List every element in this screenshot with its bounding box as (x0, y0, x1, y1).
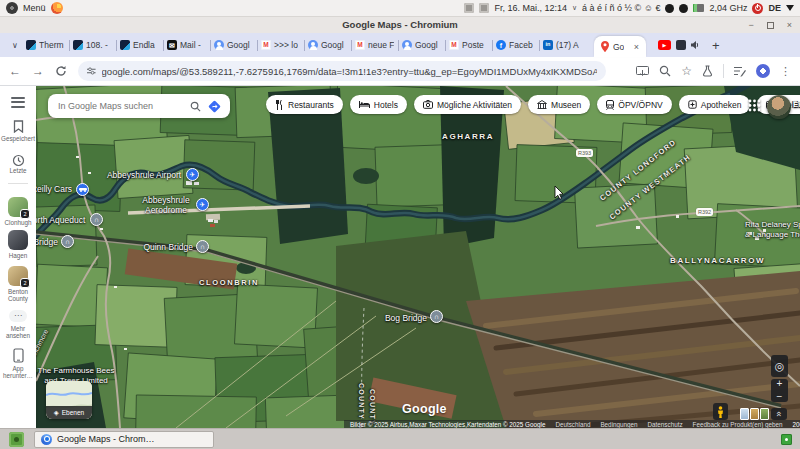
site-settings-icon[interactable] (87, 66, 96, 76)
poi-marker-north-aqueduct[interactable]: ∩ (90, 213, 103, 226)
browser-tab[interactable]: Endla (117, 35, 163, 55)
browser-tab[interactable]: Googl (399, 35, 445, 55)
search-icon[interactable] (190, 101, 201, 112)
battery-icon[interactable] (693, 4, 704, 12)
browser-tab[interactable]: Googl (305, 35, 351, 55)
maps-search-box[interactable] (48, 94, 230, 118)
back-icon[interactable]: ← (9, 65, 21, 77)
profile-avatar-icon[interactable] (756, 64, 770, 78)
sidebar-place-label[interactable]: Hagen (0, 252, 36, 259)
imagery-thumbnails[interactable] (740, 408, 769, 420)
menu-dots-icon[interactable]: ⋮ (780, 65, 791, 78)
taskbar-launcher-icon[interactable] (9, 432, 24, 447)
poi-marker-bog-bridge[interactable]: ∩ (430, 310, 443, 323)
browser-tab[interactable]: in(17) A (540, 35, 586, 55)
browser-tab[interactable]: MPoste (446, 35, 492, 55)
close-tab-icon[interactable]: × (634, 42, 639, 52)
poi-label-north-aqueduct[interactable]: North Aqueduct (36, 215, 86, 225)
chip-restaurants[interactable]: Restaurants (266, 95, 343, 114)
zoom-in-button[interactable]: + (777, 379, 783, 389)
menu-hamburger-icon[interactable] (0, 94, 36, 110)
sidebar-item-more[interactable]: Mehr ansehen (0, 325, 36, 339)
place-thumbnail-clonhugh[interactable]: 2 (0, 197, 36, 217)
cast-icon[interactable] (636, 66, 649, 77)
bookmark-star-icon[interactable]: ☆ (681, 64, 692, 78)
pinned-tab-icon[interactable] (676, 40, 686, 50)
browser-tab[interactable]: Googl (211, 35, 257, 55)
tray-app-icon[interactable] (479, 3, 489, 13)
zoom-out-button[interactable]: − (777, 392, 783, 402)
account-avatar[interactable] (767, 95, 791, 119)
poi-marker-abbeyshrule-airport[interactable]: ✈ (186, 168, 199, 181)
close-button[interactable]: × (787, 20, 792, 30)
maximize-button[interactable] (767, 22, 774, 29)
poi-label-rita-delaney[interactable]: Rita Delaney Spee& Language Thera (745, 220, 800, 240)
system-menu-icon[interactable] (6, 2, 18, 14)
poi-label-abbeyshrule-airport[interactable]: Abbeyshrule Airport (104, 170, 184, 180)
tab-search-icon[interactable]: ∨ (7, 37, 23, 53)
forward-icon[interactable]: → (32, 65, 44, 77)
zoom-icon[interactable] (659, 65, 671, 77)
directions-icon[interactable] (207, 99, 222, 114)
browser-tab[interactable]: Therm (23, 35, 69, 55)
sidebar-item-get-app[interactable]: App herunter… (0, 365, 36, 379)
more-dots-icon[interactable]: ⋯ (0, 310, 36, 322)
chip-museums[interactable]: Museen (528, 95, 590, 114)
minimize-button[interactable]: − (748, 20, 753, 30)
pegman-button[interactable] (713, 403, 728, 420)
sidebar-item-recent[interactable]: Letzte (0, 167, 36, 174)
url-text[interactable]: google.com/maps/@53.589211,-7.6275916,17… (102, 66, 597, 77)
browser-tab[interactable]: ✉Mail - (164, 35, 210, 55)
new-tab-button[interactable]: + (712, 38, 720, 53)
link-country[interactable]: Deutschland (555, 421, 590, 428)
tray-status-icon[interactable] (781, 434, 792, 445)
my-location-button[interactable]: ◎ (771, 355, 788, 377)
active-tab-google-maps[interactable]: Go × (594, 36, 646, 57)
youtube-icon[interactable]: ▶ (658, 40, 671, 50)
power-icon[interactable] (752, 3, 763, 14)
system-menu-label[interactable]: Menü (23, 3, 46, 13)
poi-marker-bridge[interactable]: ∩ (61, 235, 74, 248)
sidebar-place-label[interactable]: Benton County (0, 288, 36, 302)
sidebar-item-saved[interactable]: Gespeichert (0, 135, 36, 142)
notes-extension-icon[interactable] (734, 66, 746, 77)
search-input[interactable] (56, 100, 184, 112)
map-canvas[interactable]: AGHARRA COUNTY LONGFORD COUNTY WESTMEATH… (36, 86, 800, 428)
link-privacy[interactable]: Datenschutz (648, 421, 683, 428)
tray-app-icon[interactable] (464, 3, 474, 13)
reload-icon[interactable] (55, 65, 67, 77)
headphone-icon[interactable] (665, 4, 674, 13)
poi-marker-reilly-cars[interactable] (76, 183, 89, 196)
poi-label-quinn-bridge[interactable]: Quinn Bridge (138, 242, 193, 252)
poi-label-bog-bridge[interactable]: Bog Bridge (372, 313, 427, 323)
place-thumbnail-hagen[interactable] (0, 230, 36, 250)
taskbar-window-button[interactable]: Google Maps - Chrom… (34, 431, 214, 448)
address-bar[interactable]: google.com/maps/@53.589211,-7.6275916,17… (78, 61, 606, 81)
thumbnail[interactable] (750, 408, 759, 420)
place-thumbnail-benton-county[interactable]: 2 (0, 266, 36, 286)
google-apps-grid-icon[interactable] (748, 99, 761, 112)
keyboard-layout[interactable]: DE (768, 3, 781, 13)
saved-icon[interactable] (0, 120, 36, 134)
flask-icon[interactable] (702, 65, 713, 77)
link-terms[interactable]: Bedingungen (600, 421, 637, 428)
link-feedback[interactable]: Feedback zu Produkt(en) geben (693, 421, 783, 428)
poi-label-reilly-cars[interactable]: Reilly Cars (36, 184, 72, 194)
browser-tab[interactable]: 108. - (70, 35, 116, 55)
chip-activities[interactable]: Mögliche Aktivitäten (414, 95, 521, 114)
collapse-controls-button[interactable]: « (771, 408, 787, 420)
chip-pharmacies[interactable]: Apotheken (679, 95, 751, 114)
phone-icon[interactable] (0, 348, 36, 364)
headphone-icon[interactable] (679, 4, 688, 13)
thumbnail[interactable] (760, 408, 769, 420)
poi-marker-abbeyshrule-aerodrome[interactable]: ✈ (196, 198, 209, 211)
cpu-frequency[interactable]: 2,04 GHz (709, 3, 747, 13)
browser-tab[interactable]: Mneue F (352, 35, 398, 55)
recent-clock-icon[interactable] (0, 154, 36, 168)
clock[interactable]: Fr, 16. Mai., 12:14 (494, 3, 567, 13)
thumbnail[interactable] (740, 408, 749, 420)
poi-marker-quinn-bridge[interactable]: ∩ (196, 240, 209, 253)
browser-tab[interactable]: M>>> lo (258, 35, 304, 55)
layers-control[interactable]: ◈Ebenen (46, 381, 92, 419)
chip-hotels[interactable]: Hotels (350, 95, 407, 114)
